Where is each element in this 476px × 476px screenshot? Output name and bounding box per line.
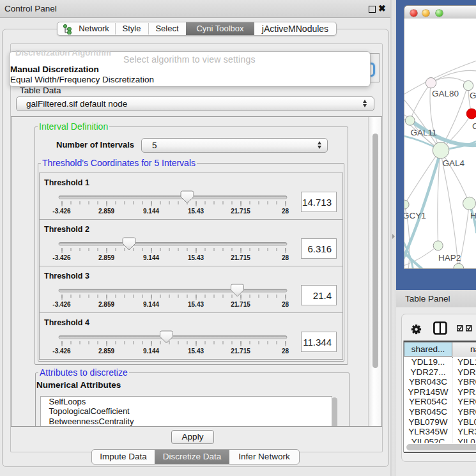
svg-text:GA: GA [470,91,476,100]
svg-text:H: H [470,211,476,220]
svg-text:GAL11: GAL11 [411,128,437,137]
svg-text:C: C [472,121,476,131]
svg-text:GAL80: GAL80 [432,89,459,98]
svg-text:GCY1: GCY1 [404,211,426,220]
svg-text:HAP2: HAP2 [438,253,461,263]
svg-text:GAL4: GAL4 [443,158,465,168]
